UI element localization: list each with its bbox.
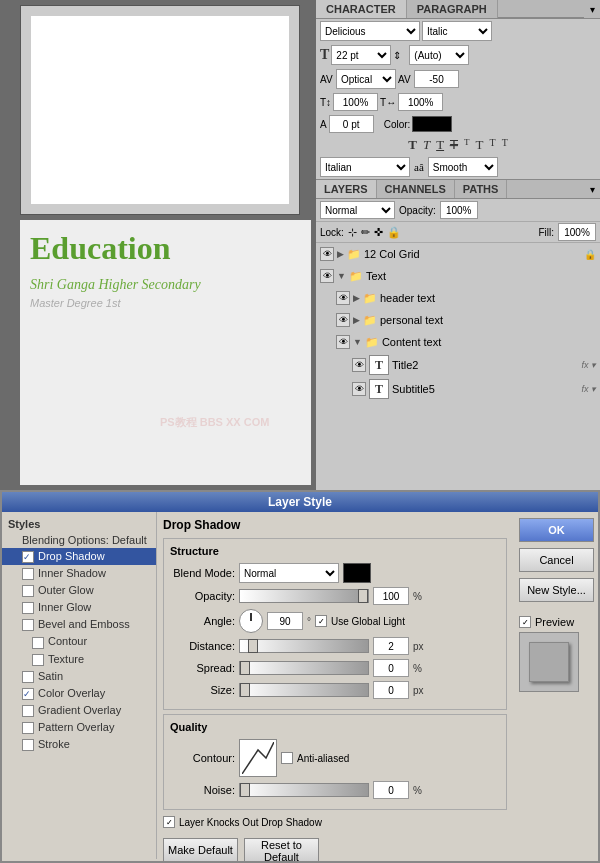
layer-eye-12col[interactable]: 👁 — [320, 247, 334, 261]
style-item-texture[interactable]: Texture — [2, 651, 156, 668]
ok-button[interactable]: OK — [519, 518, 594, 542]
baseline-input[interactable] — [329, 115, 374, 133]
layer-eye-personal[interactable]: 👁 — [336, 313, 350, 327]
opacity-num-input[interactable]: 100 — [373, 587, 409, 605]
style-checkbox-gradient-overlay[interactable] — [22, 705, 34, 717]
layer-eye-subtitle5[interactable]: 👁 — [352, 382, 366, 396]
style-item-contour[interactable]: Contour — [2, 633, 156, 650]
blend-mode-select[interactable]: Normal — [239, 563, 339, 583]
style-checkbox-bevel[interactable] — [22, 619, 34, 631]
font-style-select[interactable]: Italic — [422, 21, 492, 41]
style-checkbox-inner-shadow[interactable] — [22, 568, 34, 580]
tracking-input[interactable]: -50 — [414, 70, 459, 88]
leading-select[interactable]: (Auto) — [409, 45, 469, 65]
antialiasing-select[interactable]: Smooth — [428, 157, 498, 177]
tab-channels[interactable]: CHANNELS — [377, 180, 455, 198]
layer-eye-header[interactable]: 👁 — [336, 291, 350, 305]
size-slider[interactable] — [239, 683, 369, 697]
make-default-button[interactable]: Make Default — [163, 838, 238, 862]
noise-slider[interactable] — [239, 783, 369, 797]
style-checkbox-pattern-overlay[interactable] — [22, 722, 34, 734]
style-checkbox-drop-shadow[interactable]: ✓ — [22, 551, 34, 563]
underline-btn[interactable]: T — [436, 137, 444, 153]
style-checkbox-stroke[interactable] — [22, 739, 34, 751]
tab-layers[interactable]: LAYERS — [316, 180, 377, 198]
style-checkbox-inner-glow[interactable] — [22, 602, 34, 614]
global-light-checkbox[interactable]: ✓ — [315, 615, 327, 627]
layer-eye-title2[interactable]: 👁 — [352, 358, 366, 372]
blend-color-swatch[interactable] — [343, 563, 371, 583]
char-panel-menu[interactable]: ▾ — [584, 0, 600, 18]
opacity-input[interactable]: 100% — [440, 201, 478, 219]
style-item-gradient-overlay[interactable]: Gradient Overlay — [2, 702, 156, 719]
lock-all-icon[interactable]: 🔒 — [387, 226, 401, 239]
layer-item-title2[interactable]: 👁 T Title2 fx ▾ — [348, 353, 600, 377]
bold-btn[interactable]: T — [408, 137, 417, 153]
layer-item-12col[interactable]: 👁 ▶ 📁 12 Col Grid 🔒 — [316, 243, 600, 265]
style-item-satin[interactable]: Satin — [2, 668, 156, 685]
style-item-inner-shadow[interactable]: Inner Shadow — [2, 565, 156, 582]
layer-eye-content[interactable]: 👁 — [336, 335, 350, 349]
canvas-document — [20, 5, 300, 215]
style-item-outer-glow[interactable]: Outer Glow — [2, 582, 156, 599]
tab-paragraph[interactable]: PARAGRAPH — [407, 0, 498, 18]
lock-move-icon[interactable]: ✜ — [374, 226, 383, 239]
style-item-pattern-overlay[interactable]: Pattern Overlay — [2, 719, 156, 736]
distance-slider[interactable] — [239, 639, 369, 653]
angle-input[interactable]: 90 — [267, 612, 303, 630]
language-select[interactable]: Italian — [320, 157, 410, 177]
angle-unit: ° — [307, 616, 311, 627]
layers-blend-select[interactable]: Normal — [320, 201, 395, 219]
style-item-blending[interactable]: Blending Options: Default — [2, 532, 156, 548]
opacity-slider[interactable] — [239, 589, 369, 603]
style-item-color-overlay[interactable]: ✓Color Overlay — [2, 685, 156, 702]
layer-item-header[interactable]: 👁 ▶ 📁 header text — [332, 287, 600, 309]
angle-dial[interactable] — [239, 609, 263, 633]
tab-paths[interactable]: PATHS — [455, 180, 508, 198]
smallcaps-btn[interactable]: T — [502, 137, 508, 153]
layer-eye-text[interactable]: 👁 — [320, 269, 334, 283]
tab-character[interactable]: CHARACTER — [316, 0, 407, 18]
style-checkbox-texture[interactable] — [32, 654, 44, 666]
size-input[interactable]: 0 — [373, 681, 409, 699]
preview-checkbox[interactable]: ✓ — [519, 616, 531, 628]
lock-position-icon[interactable]: ⊹ — [348, 226, 357, 239]
style-item-inner-glow[interactable]: Inner Glow — [2, 599, 156, 616]
style-item-bevel[interactable]: Bevel and Emboss — [2, 616, 156, 633]
contour-thumbnail[interactable] — [239, 739, 277, 777]
style-item-drop-shadow[interactable]: ✓Drop Shadow — [2, 548, 156, 565]
font-size-select[interactable]: 22 pt — [331, 45, 391, 65]
layer-item-text[interactable]: 👁 ▼ 📁 Text — [316, 265, 600, 287]
noise-input[interactable]: 0 — [373, 781, 409, 799]
subscript-btn[interactable]: T — [476, 137, 484, 153]
layer-item-personal[interactable]: 👁 ▶ 📁 personal text — [332, 309, 600, 331]
spread-slider[interactable] — [239, 661, 369, 675]
opacity-unit: % — [413, 591, 422, 602]
superscript-btn[interactable]: T — [464, 137, 470, 153]
layers-panel-menu[interactable]: ▾ — [584, 180, 600, 198]
anti-alias-checkbox[interactable] — [281, 752, 293, 764]
reset-default-button[interactable]: Reset to Default — [244, 838, 319, 862]
color-swatch[interactable] — [412, 116, 452, 132]
strikethrough-btn[interactable]: T̶ — [450, 137, 458, 153]
fill-input[interactable]: 100% — [558, 223, 596, 241]
style-checkbox-satin[interactable] — [22, 671, 34, 683]
scale-v-input[interactable] — [333, 93, 378, 111]
scale-h-input[interactable] — [398, 93, 443, 111]
style-item-stroke[interactable]: Stroke — [2, 736, 156, 753]
cancel-button[interactable]: Cancel — [519, 548, 594, 572]
italic-btn[interactable]: T — [423, 137, 430, 153]
layer-item-content[interactable]: 👁 ▼ 📁 Content text — [332, 331, 600, 353]
distance-input[interactable]: 2 — [373, 637, 409, 655]
font-family-select[interactable]: Delicious — [320, 21, 420, 41]
lock-paint-icon[interactable]: ✏ — [361, 226, 370, 239]
style-checkbox-color-overlay[interactable]: ✓ — [22, 688, 34, 700]
layer-knocks-checkbox[interactable]: ✓ — [163, 816, 175, 828]
layer-item-subtitle5[interactable]: 👁 T Subtitle5 fx ▾ — [348, 377, 600, 401]
new-style-button[interactable]: New Style... — [519, 578, 594, 602]
style-checkbox-contour[interactable] — [32, 637, 44, 649]
allcaps-btn[interactable]: T — [490, 137, 496, 153]
spread-input[interactable]: 0 — [373, 659, 409, 677]
style-checkbox-outer-glow[interactable] — [22, 585, 34, 597]
kerning-select[interactable]: Optical — [336, 69, 396, 89]
